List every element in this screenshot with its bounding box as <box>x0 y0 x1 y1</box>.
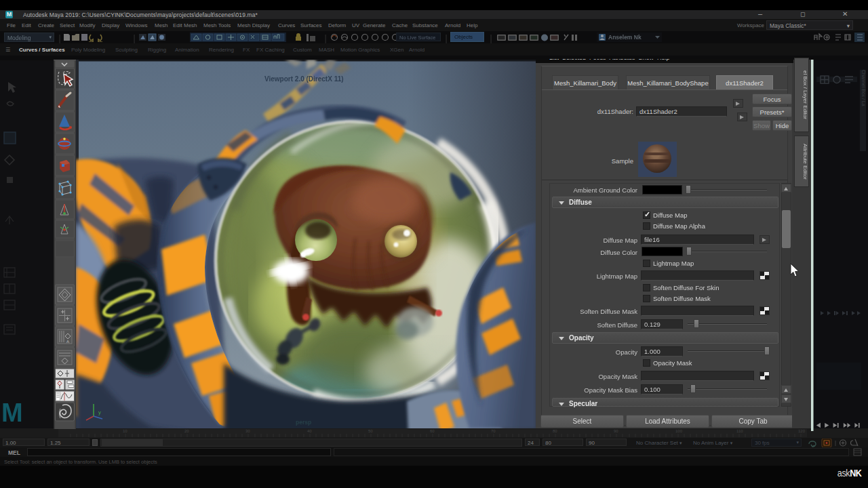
svg-text:Viewport 2.0 (DirectX 11): Viewport 2.0 (DirectX 11) <box>264 75 344 83</box>
svg-text:70: 70 <box>491 429 496 433</box>
svg-text:120: 120 <box>798 429 806 433</box>
svg-text:20: 20 <box>184 429 189 433</box>
svg-text:40: 40 <box>307 429 312 433</box>
svg-text:100: 100 <box>675 429 683 433</box>
svg-text:30: 30 <box>245 429 250 433</box>
svg-text:110: 110 <box>736 429 743 433</box>
svg-text:50: 50 <box>368 429 373 433</box>
svg-text:M: M <box>1 399 23 427</box>
svg-text:A: A <box>66 340 69 344</box>
svg-text:60: 60 <box>430 429 435 433</box>
svg-text:90: 90 <box>614 429 618 433</box>
svg-text:y: y <box>98 409 101 415</box>
svg-text:persp: persp <box>296 419 311 426</box>
svg-text:80: 80 <box>553 429 557 433</box>
svg-text:10: 10 <box>123 429 127 433</box>
svg-text:Anselem Nk: Anselem Nk <box>608 34 642 41</box>
